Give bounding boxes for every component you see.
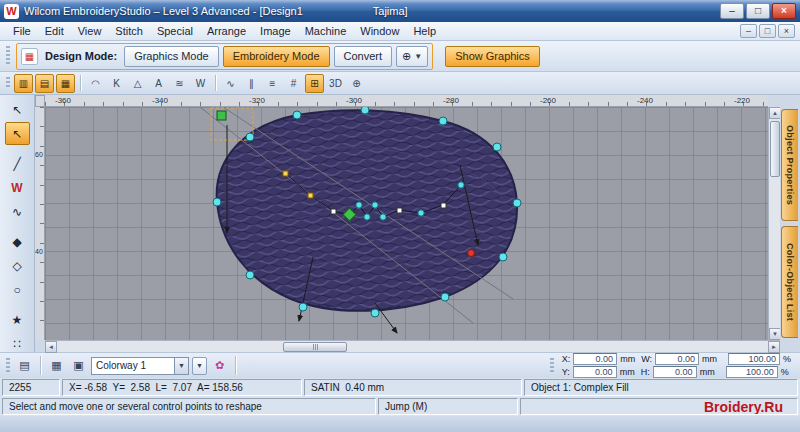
vertical-scroll-thumb[interactable]	[770, 121, 780, 177]
menu-item-special[interactable]: Special	[150, 23, 200, 39]
scale-y-input[interactable]: 100.00	[726, 366, 778, 378]
image-icon[interactable]: ▦	[47, 356, 66, 375]
menu-item-arrange[interactable]: Arrange	[200, 23, 253, 39]
run-tool[interactable]: ∿	[5, 200, 30, 223]
star-tool[interactable]: ★	[5, 308, 30, 331]
monogram-icon[interactable]: △	[128, 74, 147, 93]
outline-tool[interactable]: ◇	[5, 254, 30, 277]
colorway-menu-button[interactable]: ▼	[192, 357, 207, 375]
print-icon[interactable]: ▣	[69, 356, 88, 375]
satin-fill-icon[interactable]: ▤	[35, 74, 54, 93]
menu-bar: File Edit View Stitch Special Arrange Im…	[0, 22, 800, 41]
menu-item-machine[interactable]: Machine	[298, 23, 354, 39]
app-window: W Wilcom EmbroideryStudio – Level 3 Adva…	[0, 0, 800, 432]
ruler-tick: -240	[637, 96, 653, 105]
design-canvas[interactable]	[45, 107, 768, 340]
tab-color-object-list[interactable]: Color-Object List	[781, 226, 798, 338]
vertical-scrollbar[interactable]: ▲ ▼	[768, 107, 780, 340]
scroll-right-button[interactable]: ►	[768, 341, 780, 353]
zigzag-stitch-icon[interactable]: ≋	[170, 74, 189, 93]
menu-item-view[interactable]: View	[71, 23, 109, 39]
ruler-tick: -260	[540, 96, 556, 105]
dockers-icon[interactable]: ▦	[21, 48, 38, 65]
embroidery-mode-button[interactable]: Embroidery Mode	[223, 46, 330, 67]
motif-run-icon[interactable]: W	[191, 74, 210, 93]
lettering-a-icon[interactable]: A	[149, 74, 168, 93]
lettering-k-icon[interactable]: K	[107, 74, 126, 93]
title-bar: W Wilcom EmbroideryStudio – Level 3 Adva…	[0, 0, 800, 22]
stitch-count: 2255	[2, 379, 60, 396]
w-label: W:	[641, 354, 652, 364]
select-tool[interactable]: ↖	[5, 98, 30, 121]
toolbar-grip[interactable]	[6, 46, 10, 66]
menu-item-stitch[interactable]: Stitch	[108, 23, 150, 39]
menu-item-file[interactable]: File	[6, 23, 38, 39]
toolbar-grip[interactable]	[550, 358, 554, 373]
mdi-restore-button[interactable]: □	[759, 24, 776, 38]
y-unit: mm	[620, 367, 635, 377]
three-d-view-icon[interactable]: 3D	[326, 74, 345, 93]
stitch-toolbar: ▥ ▤ ▦ ◠ K △ A ≋ W ∿ ∥ ≡ # ⊞ 3D ⊕	[0, 72, 800, 95]
colorway-select[interactable]: Colorway 1 ▼	[91, 357, 189, 375]
close-button[interactable]: ×	[772, 3, 796, 19]
reshape-tool[interactable]: ↖	[5, 122, 30, 145]
page-icon[interactable]: ▤	[15, 356, 34, 375]
horizontal-scrollbar[interactable]: ◄ ►	[45, 340, 780, 352]
scale-x-input[interactable]: 100.00	[728, 353, 780, 365]
stitch-list-icon[interactable]: ≡	[263, 74, 282, 93]
window-title: Wilcom EmbroideryStudio – Level 3 Advanc…	[24, 5, 303, 17]
embroidery-object[interactable]	[217, 110, 517, 311]
window-controls: – □ ×	[720, 3, 796, 19]
toolbox: ↖ ↖ ╱ W ∿ ◆ ◇ ○ ★ ∷	[0, 95, 35, 352]
start-point-marker[interactable]	[217, 111, 226, 120]
circle-tool[interactable]: ○	[5, 278, 30, 301]
horizontal-ruler: -360 -340 -320 -300 -280 -260 -240 -220	[45, 95, 768, 107]
ruler-tick: -220	[734, 96, 750, 105]
tatami-fill-icon[interactable]: ▥	[14, 74, 33, 93]
lettering-tool[interactable]: W	[5, 176, 30, 199]
mdi-close-button[interactable]: ×	[778, 24, 795, 38]
ruler-tick: -300	[346, 96, 362, 105]
menu-item-window[interactable]: Window	[353, 23, 406, 39]
minimize-button[interactable]: –	[720, 3, 744, 19]
show-graphics-button[interactable]: Show Graphics	[445, 46, 540, 67]
x-input[interactable]: 0.00	[573, 353, 617, 365]
horizontal-scroll-thumb[interactable]	[283, 342, 347, 352]
complex-fill-tool[interactable]: ◆	[5, 230, 30, 253]
colorway-editor-icon[interactable]: ✿	[210, 356, 229, 375]
scroll-left-button[interactable]: ◄	[45, 341, 57, 353]
hoop-icon[interactable]: ⊞	[305, 74, 324, 93]
toolbar-grip[interactable]	[6, 358, 10, 373]
tab-object-properties[interactable]: Object Properties	[781, 109, 798, 221]
mesh-tool[interactable]: ∷	[5, 332, 30, 355]
toolbar-grip[interactable]	[6, 77, 10, 89]
convert-button[interactable]: Convert	[334, 46, 393, 67]
y-input[interactable]: 0.00	[573, 366, 617, 378]
design-mode-group: ▦ Design Mode: Graphics Mode Embroidery …	[16, 43, 433, 70]
mode-toolbar: ▦ Design Mode: Graphics Mode Embroidery …	[0, 41, 800, 72]
grid-icon[interactable]: #	[284, 74, 303, 93]
stitch-type: SATIN 0.40 mm	[304, 379, 522, 396]
graphics-mode-button[interactable]: Graphics Mode	[124, 46, 219, 67]
status-bar: 2255 X= -6.58 Y= 2.58 L= 7.07 A= 158.56 …	[0, 378, 800, 397]
w-input[interactable]: 0.00	[655, 353, 699, 365]
hint-text: Select and move one or several control p…	[2, 398, 376, 415]
menu-item-help[interactable]: Help	[406, 23, 443, 39]
contour-fill-icon[interactable]: ◠	[86, 74, 105, 93]
pencil-tool[interactable]: ╱	[5, 152, 30, 175]
h-input[interactable]: 0.00	[653, 366, 697, 378]
parallel-lines-icon[interactable]: ∥	[242, 74, 261, 93]
motif-fill-icon[interactable]: ▦	[56, 74, 75, 93]
world-view-icon[interactable]: ⊕	[347, 74, 366, 93]
ruler-tick: -340	[152, 96, 168, 105]
window-edge	[0, 416, 800, 432]
hoop-dropdown-button[interactable]: ⊕ ▼	[396, 46, 428, 67]
mdi-minimize-button[interactable]: –	[740, 24, 757, 38]
menu-item-image[interactable]: Image	[253, 23, 298, 39]
menu-item-edit[interactable]: Edit	[38, 23, 71, 39]
panel-tabs: Object Properties Color-Object List	[780, 107, 800, 340]
maximize-button[interactable]: □	[746, 3, 770, 19]
ruler-tick: -320	[249, 96, 265, 105]
run-stitch-icon[interactable]: ∿	[221, 74, 240, 93]
chevron-down-icon[interactable]: ▼	[174, 358, 188, 374]
